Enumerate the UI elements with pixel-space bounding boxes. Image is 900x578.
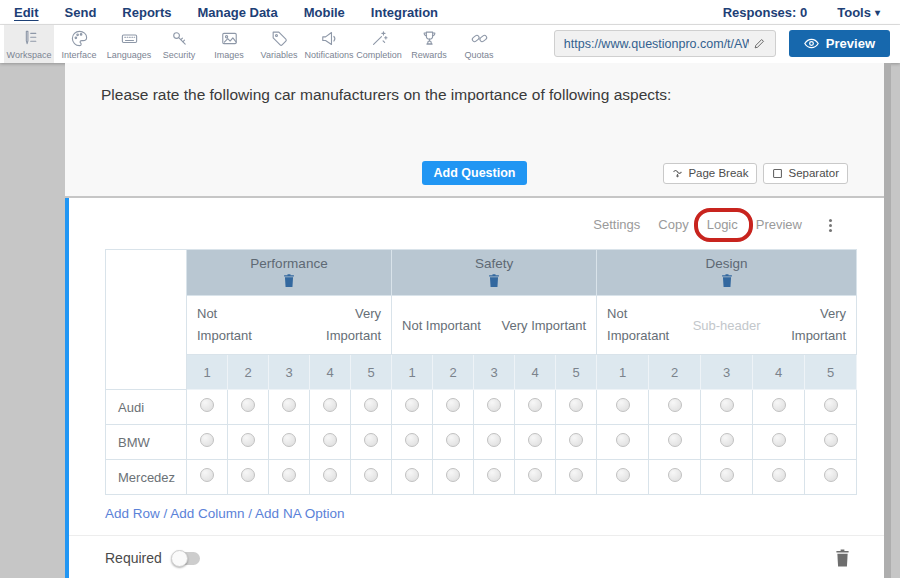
radio-audi-performance-5[interactable]: [364, 398, 378, 412]
radio-mercedez-performance-1[interactable]: [200, 468, 214, 482]
column-group-safety[interactable]: Safety: [392, 250, 597, 296]
radio-audi-performance-3[interactable]: [282, 398, 296, 412]
vertical-scrollbar[interactable]: [884, 63, 891, 578]
subheader-placeholder[interactable]: Sub-header: [693, 318, 761, 333]
radio-mercedez-performance-4[interactable]: [323, 468, 337, 482]
more-options-icon[interactable]: [822, 215, 838, 235]
radio-audi-design-5[interactable]: [824, 398, 838, 412]
radio-audi-safety-5[interactable]: [569, 398, 583, 412]
subheader-design[interactable]: Not Imporatant Sub-header Very Important: [597, 296, 857, 355]
radio-audi-performance-4[interactable]: [323, 398, 337, 412]
question-tab-preview[interactable]: Preview: [756, 216, 802, 234]
scale-value: 5: [556, 355, 597, 390]
survey-url-box[interactable]: https://www.questionpro.com/t/AW22ZcC: [554, 30, 776, 57]
radio-audi-design-1[interactable]: [616, 398, 630, 412]
toolbar-interface[interactable]: Interface: [54, 25, 104, 63]
delete-question-icon[interactable]: [835, 549, 850, 567]
radio-mercedez-design-1[interactable]: [616, 468, 630, 482]
question-tab-settings[interactable]: Settings: [593, 216, 640, 234]
toolbar-workspace[interactable]: Workspace: [4, 25, 54, 63]
toolbar-security[interactable]: Security: [154, 25, 204, 63]
radio-bmw-performance-5[interactable]: [364, 433, 378, 447]
radio-mercedez-safety-2[interactable]: [446, 468, 460, 482]
toolbar-languages[interactable]: Languages: [104, 25, 154, 63]
radio-mercedez-design-5[interactable]: [824, 468, 838, 482]
nav-integration[interactable]: Integration: [371, 5, 438, 20]
radio-audi-design-3[interactable]: [720, 398, 734, 412]
radio-audi-safety-2[interactable]: [446, 398, 460, 412]
radio-bmw-design-4[interactable]: [772, 433, 786, 447]
subheader-safety[interactable]: Not Important Very Important: [392, 296, 597, 355]
radio-bmw-performance-2[interactable]: [241, 433, 255, 447]
add-question-button[interactable]: Add Question: [422, 161, 528, 185]
toolbar-images[interactable]: Images: [204, 25, 254, 63]
quotas-icon: [470, 29, 489, 49]
radio-mercedez-performance-3[interactable]: [282, 468, 296, 482]
question-footer: Required: [69, 536, 884, 567]
radio-bmw-design-2[interactable]: [668, 433, 682, 447]
radio-bmw-safety-1[interactable]: [405, 433, 419, 447]
column-group-performance[interactable]: Performance: [187, 250, 392, 296]
row-label-mercedez[interactable]: Mercedez: [106, 460, 187, 495]
toolbar-notifications[interactable]: Notifications: [304, 25, 354, 63]
radio-bmw-performance-3[interactable]: [282, 433, 296, 447]
nav-send[interactable]: Send: [65, 5, 97, 20]
radio-audi-design-4[interactable]: [772, 398, 786, 412]
link-add-column[interactable]: Add Column: [170, 506, 244, 521]
question-tab-copy[interactable]: Copy: [658, 216, 688, 234]
question-title[interactable]: Please rate the following car manufactur…: [101, 86, 848, 104]
row-label-audi[interactable]: Audi: [106, 390, 187, 425]
radio-audi-safety-1[interactable]: [405, 398, 419, 412]
radio-bmw-safety-5[interactable]: [569, 433, 583, 447]
radio-bmw-safety-4[interactable]: [528, 433, 542, 447]
radio-mercedez-safety-3[interactable]: [487, 468, 501, 482]
nav-reports[interactable]: Reports: [122, 5, 171, 20]
preview-button[interactable]: Preview: [789, 30, 890, 57]
link-add-row[interactable]: Add Row: [105, 506, 160, 521]
radio-audi-performance-2[interactable]: [241, 398, 255, 412]
toolbar-variables[interactable]: Variables: [254, 25, 304, 63]
required-toggle[interactable]: [173, 552, 200, 565]
column-group-design[interactable]: Design: [597, 250, 857, 296]
radio-bmw-design-5[interactable]: [824, 433, 838, 447]
question-tab-logic[interactable]: Logic: [707, 216, 738, 234]
radio-audi-design-2[interactable]: [668, 398, 682, 412]
link-add-na-option[interactable]: Add NA Option: [255, 506, 344, 521]
radio-bmw-performance-4[interactable]: [323, 433, 337, 447]
scale-value: 3: [474, 355, 515, 390]
radio-audi-performance-1[interactable]: [200, 398, 214, 412]
radio-mercedez-design-2[interactable]: [668, 468, 682, 482]
separator-button[interactable]: Separator: [763, 163, 848, 184]
delete-column-group-icon[interactable]: [488, 274, 500, 287]
radio-bmw-performance-1[interactable]: [200, 433, 214, 447]
delete-column-group-icon[interactable]: [283, 274, 295, 287]
toolbar-quotas[interactable]: Quotas: [454, 25, 504, 63]
edit-url-icon[interactable]: [749, 37, 771, 50]
nav-menu: EditSendReportsManage DataMobileIntegrat…: [14, 5, 438, 20]
page-break-button[interactable]: Page Break: [663, 163, 757, 184]
radio-audi-safety-4[interactable]: [528, 398, 542, 412]
radio-mercedez-safety-5[interactable]: [569, 468, 583, 482]
radio-mercedez-design-3[interactable]: [720, 468, 734, 482]
delete-column-group-icon[interactable]: [721, 274, 733, 287]
radio-mercedez-safety-1[interactable]: [405, 468, 419, 482]
radio-mercedez-safety-4[interactable]: [528, 468, 542, 482]
radio-bmw-design-1[interactable]: [616, 433, 630, 447]
toolbar-completion[interactable]: Completion: [354, 25, 404, 63]
radio-bmw-safety-2[interactable]: [446, 433, 460, 447]
row-label-bmw[interactable]: BMW: [106, 425, 187, 460]
separator-icon: [772, 168, 783, 179]
radio-bmw-design-3[interactable]: [720, 433, 734, 447]
subheader-performance[interactable]: Not Important Very Important: [187, 296, 392, 355]
radio-bmw-safety-3[interactable]: [487, 433, 501, 447]
tools-menu[interactable]: Tools ▾: [837, 5, 880, 20]
radio-audi-safety-3[interactable]: [487, 398, 501, 412]
nav-mobile[interactable]: Mobile: [304, 5, 345, 20]
eye-icon: [804, 38, 819, 49]
radio-mercedez-performance-5[interactable]: [364, 468, 378, 482]
radio-mercedez-design-4[interactable]: [772, 468, 786, 482]
nav-edit[interactable]: Edit: [14, 5, 39, 20]
radio-mercedez-performance-2[interactable]: [241, 468, 255, 482]
toolbar-rewards[interactable]: Rewards: [404, 25, 454, 63]
nav-manage-data[interactable]: Manage Data: [197, 5, 277, 20]
